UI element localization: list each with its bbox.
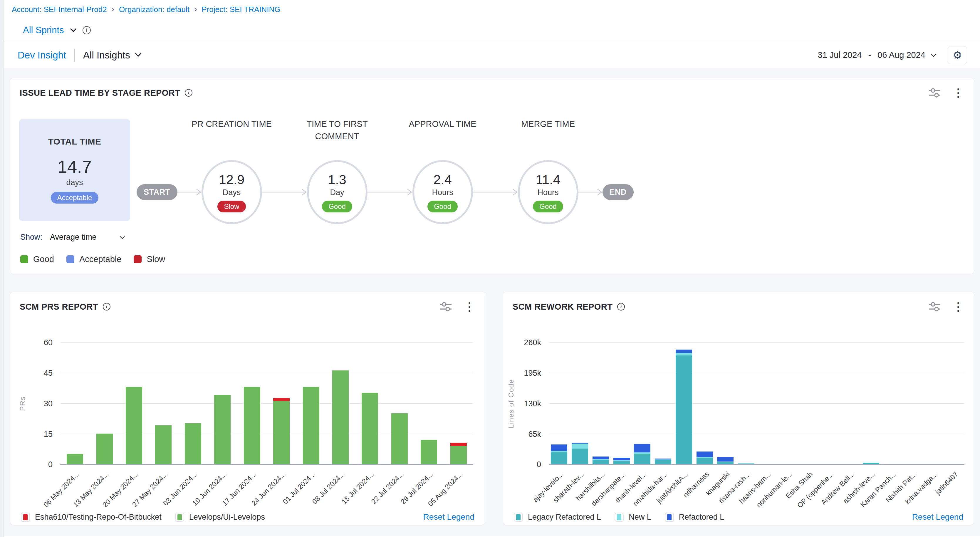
stage-circle[interactable]: 11.4HoursGood [518, 160, 578, 224]
bar-segment[interactable] [391, 413, 408, 464]
bar-segment[interactable] [634, 454, 651, 464]
bar-column[interactable]: 01 Jul 2024... [296, 343, 326, 465]
show-select[interactable]: Average time [50, 233, 124, 242]
bar-segment[interactable] [676, 353, 692, 356]
info-icon[interactable]: i [83, 26, 91, 34]
bar-column[interactable]: 22 Jul 2024... [385, 343, 414, 465]
bar-segment[interactable] [863, 463, 879, 464]
reset-legend-link[interactable]: Reset Legend [912, 512, 963, 522]
bar-ashish-leve-[interactable] [863, 463, 879, 464]
date-range-picker[interactable]: 31 Jul 2024 - 06 Aug 2024 [818, 50, 935, 60]
bar-column[interactable]: 17 Jun 2024... [237, 343, 267, 465]
more-menu-icon[interactable]: ⋮ [464, 301, 475, 312]
bar-segment[interactable] [592, 460, 609, 464]
filter-sliders-icon[interactable] [929, 301, 941, 313]
bar-segment[interactable] [613, 461, 630, 464]
info-icon[interactable]: i [185, 89, 192, 97]
bar-24-jun-2024-[interactable] [273, 398, 290, 464]
stage-circle[interactable]: 1.3DayGood [307, 160, 368, 224]
legend-item[interactable]: Slow [134, 254, 165, 264]
bar-column[interactable]: Andrew Bell... [840, 343, 861, 465]
bar-justakshita-[interactable] [676, 350, 692, 464]
bar-column[interactable]: thanh-level... [632, 343, 653, 465]
bar-01-jul-2024-[interactable] [303, 387, 319, 464]
bar-segment[interactable] [613, 458, 630, 461]
bar-column[interactable]: 03 Jun 2024... [178, 343, 208, 465]
bar-column[interactable]: Nishith Pat... [902, 343, 923, 465]
bar-segment[interactable] [362, 393, 378, 464]
bar-segment[interactable] [332, 370, 349, 464]
breadcrumb-item[interactable]: Project: SEI TRAINING [202, 5, 280, 14]
chevron-down-icon[interactable] [70, 25, 76, 32]
bar-segment[interactable] [126, 387, 142, 464]
bar-column[interactable]: 06 May 2024... [60, 343, 90, 465]
legend-item[interactable]: Acceptable [67, 254, 122, 264]
bar-column[interactable]: nmahida-har... [653, 343, 674, 465]
bar-segment[interactable] [738, 463, 754, 464]
legend-item[interactable]: Esha610/Testing-Repo-Of-Bitbucket [21, 513, 162, 522]
bar-ndharness[interactable] [697, 451, 713, 464]
bar-column[interactable]: haaris-harn... [756, 343, 777, 465]
bar-08-jul-2024-[interactable] [332, 370, 349, 464]
bar-segment[interactable] [717, 462, 733, 464]
bar-column[interactable]: ajay-levelo... [549, 343, 570, 465]
info-icon[interactable]: i [617, 303, 625, 310]
legend-checkbox[interactable] [614, 513, 624, 522]
filter-sliders-icon[interactable] [440, 301, 452, 313]
bar-segment[interactable] [634, 444, 651, 453]
settings-button[interactable]: ⚙ [948, 46, 967, 64]
bar-segment[interactable] [185, 423, 201, 464]
bar-column[interactable]: 20 May 2024... [119, 343, 149, 465]
bar-segment[interactable] [155, 425, 172, 464]
breadcrumb-item[interactable]: Organization: default [119, 5, 189, 14]
bar-segment[interactable] [697, 458, 713, 464]
legend-item[interactable]: Levelops/Ui-Levelops [175, 513, 265, 522]
bar-column[interactable]: 27 May 2024... [149, 343, 178, 465]
bar-column[interactable]: harshilbits... [590, 343, 611, 465]
bar-segment[interactable] [214, 395, 231, 464]
bar-knagurski[interactable] [717, 457, 733, 464]
bar-20-may-2024-[interactable] [126, 387, 142, 464]
bar-13-may-2024-[interactable] [96, 434, 113, 464]
bar-column[interactable]: OP (oppenhe... [819, 343, 840, 465]
bar-column[interactable]: Karan Panch... [881, 343, 902, 465]
bar-column[interactable]: 29 Jul 2024... [414, 343, 444, 465]
bar-06-may-2024-[interactable] [67, 454, 83, 464]
bar-segment[interactable] [697, 451, 713, 457]
bar-27-may-2024-[interactable] [155, 425, 172, 464]
bar-column[interactable]: 13 May 2024... [90, 343, 119, 465]
bar-segment[interactable] [572, 443, 588, 449]
bar-15-jul-2024-[interactable] [362, 393, 378, 464]
bar-column[interactable]: 08 Jul 2024... [326, 343, 355, 465]
legend-item[interactable]: Good [20, 254, 54, 264]
bar-column[interactable]: knagurski [715, 343, 736, 465]
bar-segment[interactable] [450, 443, 467, 446]
reset-legend-link[interactable]: Reset Legend [423, 512, 474, 522]
legend-checkbox[interactable] [514, 513, 523, 522]
bar-segment[interactable] [273, 398, 290, 401]
bar-segment[interactable] [551, 445, 567, 451]
more-menu-icon[interactable]: ⋮ [953, 301, 964, 312]
bar-column[interactable]: 05 Aug 2024... [444, 343, 473, 465]
legend-item[interactable]: Refactored L [665, 513, 724, 522]
bar-segment[interactable] [676, 356, 692, 464]
bar-column[interactable]: ndharness [694, 343, 715, 465]
bar-segment[interactable] [551, 453, 567, 464]
bar-ajay-levelo-[interactable] [551, 445, 567, 464]
bar-segment[interactable] [273, 401, 290, 464]
bar-darshanpate-[interactable] [613, 458, 630, 464]
bar-harshilbits-[interactable] [592, 456, 609, 464]
bar-segment[interactable] [421, 440, 437, 464]
bar-column[interactable]: krina.vadga... [923, 343, 943, 465]
bar-column[interactable]: risana-rash... [736, 343, 757, 465]
bar-segment[interactable] [67, 454, 83, 464]
bar-sharath-lev-[interactable] [572, 443, 588, 464]
bar-column[interactable]: sharath-lev... [570, 343, 590, 465]
bar-segment[interactable] [676, 350, 692, 353]
stage-circle[interactable]: 12.9DaysSlow [202, 160, 262, 224]
legend-checkbox[interactable] [175, 513, 184, 522]
bar-10-jun-2024-[interactable] [214, 395, 231, 464]
insight-name-link[interactable]: Dev Insight [18, 50, 66, 61]
bar-17-jun-2024-[interactable] [244, 387, 260, 464]
bar-column[interactable]: darshanpate... [611, 343, 632, 465]
